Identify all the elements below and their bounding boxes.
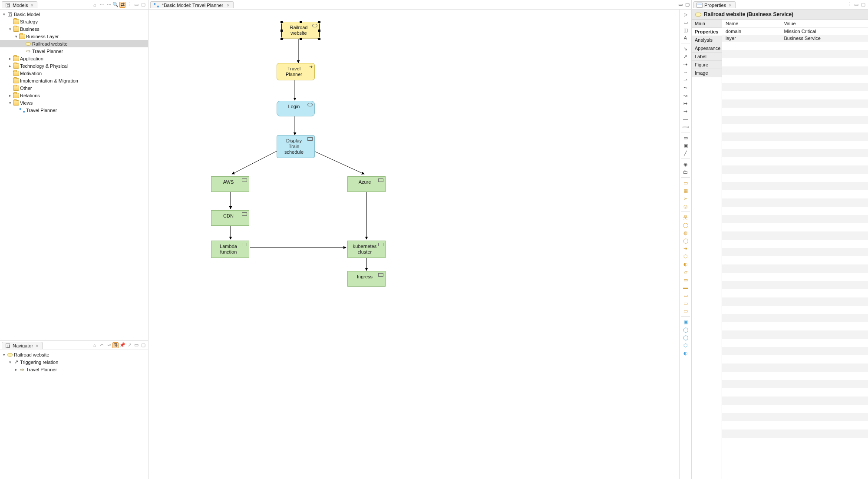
palette-rel-7-icon[interactable]: ↝	[681, 92, 690, 99]
prop-tab-appearance[interactable]: Appearance	[692, 44, 722, 53]
palette-rel-11-icon[interactable]: ⟿	[681, 123, 690, 130]
node-k8s[interactable]: kubernetes cluster	[347, 241, 386, 258]
palette-app-1-icon[interactable]: ▣	[681, 318, 690, 325]
palette-collab-icon[interactable]: ◍	[681, 229, 690, 236]
palette-function-icon[interactable]: ⬡	[681, 253, 690, 260]
prop-tab-figure[interactable]: Figure	[692, 61, 722, 69]
tree-item-tech-phys[interactable]: ▸Technology & Physical	[0, 62, 148, 69]
node-aws[interactable]: AWS	[211, 176, 249, 192]
palette-rel-8-icon[interactable]: ↦	[681, 100, 690, 107]
palette-process-icon[interactable]: ➜	[681, 245, 690, 252]
palette-rel-4-icon[interactable]: →	[681, 69, 690, 76]
palette-role-icon[interactable]: ◯	[681, 221, 690, 228]
palette-product-icon[interactable]: ▭	[681, 307, 690, 314]
chevron-down-icon[interactable]: ▾	[2, 12, 6, 17]
tree-item-application[interactable]: ▸Application	[0, 55, 148, 62]
close-icon[interactable]: ×	[226, 3, 230, 8]
col-name[interactable]: Name	[722, 20, 780, 28]
toolbar-back-icon[interactable]: ⤺	[99, 342, 105, 348]
chevron-down-icon[interactable]: ▾	[2, 353, 6, 357]
palette-app-3-icon[interactable]: ◯	[681, 334, 690, 341]
palette-location-icon[interactable]: ◉	[681, 161, 690, 168]
toolbar-back-icon[interactable]: ⤺	[99, 2, 105, 8]
diagram-canvas[interactable]: Railroad website Travel Planner Login Di…	[149, 10, 679, 479]
palette-rel-9-icon[interactable]: ⇝	[681, 108, 690, 115]
minimize-icon[interactable]: ▭	[853, 2, 859, 8]
nav-item-travel[interactable]: ▸⇨Travel Planner	[0, 366, 148, 373]
chevron-right-icon[interactable]: ▸	[8, 64, 12, 68]
tree-item-motivation[interactable]: Motivation	[0, 69, 148, 77]
toolbar-forward-icon[interactable]: ⤻	[106, 342, 112, 348]
palette-folder-icon[interactable]: 🗀	[681, 168, 690, 175]
col-value[interactable]: Value	[780, 20, 868, 28]
tree-item-business[interactable]: ▾Business	[0, 25, 148, 33]
prop-tab-main[interactable]: Main	[692, 20, 722, 28]
node-login[interactable]: Login	[277, 101, 315, 116]
palette-biz-3-icon[interactable]: ➣	[681, 195, 690, 202]
palette-note-icon[interactable]: ▭	[681, 134, 690, 141]
minimize-icon[interactable]: ▭	[133, 342, 139, 348]
chevron-down-icon[interactable]: ▾	[14, 34, 18, 39]
node-display-train[interactable]: Display Train schedule	[277, 135, 315, 158]
open-icon[interactable]: ↗	[126, 342, 132, 348]
tree-item-strategy[interactable]: Strategy	[0, 18, 148, 25]
palette-app-2-icon[interactable]: ◯	[681, 326, 690, 333]
toolbar-forward-icon[interactable]: ⤻	[106, 2, 112, 8]
minimize-icon[interactable]: ▭	[678, 2, 683, 7]
chevron-right-icon[interactable]: ▸	[8, 56, 12, 61]
node-lambda[interactable]: Lambda function	[211, 241, 249, 258]
tree-item-impl-migration[interactable]: Implementation & Migration	[0, 77, 148, 84]
tree-item-business-layer[interactable]: ▾Business Layer	[0, 33, 148, 40]
palette-marquee-icon[interactable]: ◫	[681, 26, 690, 33]
nav-item-trigger[interactable]: ▾↗Triggering relation	[0, 358, 148, 366]
palette-rep-icon[interactable]: ▭	[681, 300, 690, 307]
maximize-icon[interactable]: ▢	[140, 342, 146, 348]
close-icon[interactable]: ×	[728, 3, 732, 8]
tree-item-railroad-website[interactable]: Railroad website	[0, 40, 148, 47]
palette-rel-10-icon[interactable]: —	[681, 116, 690, 122]
palette-group-icon[interactable]: ▣	[681, 142, 690, 149]
nav-item-railroad[interactable]: ▾Railroad website	[0, 351, 148, 358]
properties-tab[interactable]: Properties ×	[693, 1, 736, 8]
palette-rel-6-icon[interactable]: ⤳	[681, 84, 690, 91]
chevron-right-icon[interactable]: ▸	[14, 367, 18, 372]
close-icon[interactable]: ×	[30, 3, 34, 8]
node-railroad-website[interactable]: Railroad website	[281, 22, 320, 39]
palette-biz-2-icon[interactable]: ▦	[681, 187, 690, 194]
properties-table[interactable]: Name Value domainMission Critical layerB…	[722, 20, 868, 479]
palette-event-icon[interactable]: ▱	[681, 268, 690, 275]
node-azure[interactable]: Azure	[347, 176, 386, 192]
tree-item-other[interactable]: Other	[0, 84, 148, 92]
palette-interface-icon[interactable]: ◯	[681, 237, 690, 244]
palette-rel-3-icon[interactable]: ⇢	[681, 61, 690, 68]
node-cdn[interactable]: CDN	[211, 210, 249, 226]
minimize-icon[interactable]: ▭	[133, 2, 139, 8]
palette-select-icon[interactable]: ▭	[681, 19, 690, 26]
link-editor-icon[interactable]: ⇄	[119, 2, 125, 8]
node-ingress[interactable]: Ingress	[347, 271, 386, 287]
menu-icon[interactable]: ⋮	[126, 2, 132, 8]
chevron-down-icon[interactable]: ▾	[8, 360, 12, 364]
close-icon[interactable]: ×	[35, 343, 39, 348]
toolbar-home-icon[interactable]: ⌂	[92, 2, 98, 8]
maximize-icon[interactable]: ▢	[140, 2, 146, 8]
palette-line-icon[interactable]: ╱	[681, 150, 690, 157]
palette-biz-1-icon[interactable]: ▭	[681, 179, 690, 186]
palette-object-icon[interactable]: ▬	[681, 284, 690, 291]
prop-tab-image[interactable]: Image	[692, 69, 722, 77]
tree-item-basic-model[interactable]: ▾Basic Model	[0, 10, 148, 18]
palette-interaction-icon[interactable]: ◐	[681, 261, 690, 268]
palette-pointer-icon[interactable]: ▷	[681, 11, 690, 18]
palette-app-5-icon[interactable]: ◐	[681, 350, 690, 357]
palette-biz-4-icon[interactable]: ◎	[681, 203, 690, 210]
tree-item-view-travel[interactable]: Travel Planner	[0, 106, 148, 114]
navigator-tab[interactable]: Navigator ×	[2, 342, 43, 349]
toolbar-home-icon[interactable]: ⌂	[92, 342, 98, 348]
menu-icon[interactable]: ⋮	[846, 2, 852, 8]
search-icon[interactable]: 🔍	[112, 2, 119, 8]
pin-icon[interactable]: 📌	[119, 342, 125, 348]
tree-item-travel-planner[interactable]: ⇨Travel Planner	[0, 47, 148, 55]
chevron-down-icon[interactable]: ▾	[8, 27, 12, 31]
table-row[interactable]: domainMission Critical	[722, 28, 868, 35]
maximize-icon[interactable]: ▢	[860, 2, 866, 8]
